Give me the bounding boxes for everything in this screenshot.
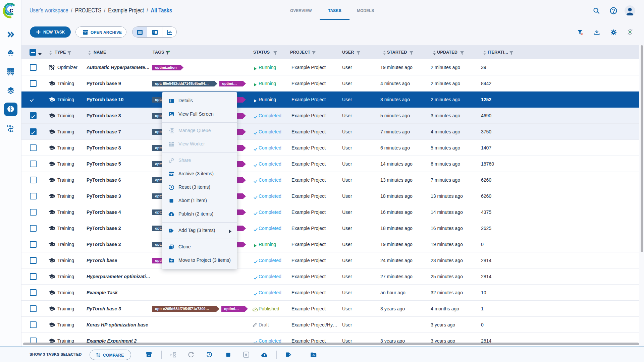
svg-text:c: c	[9, 6, 13, 14]
